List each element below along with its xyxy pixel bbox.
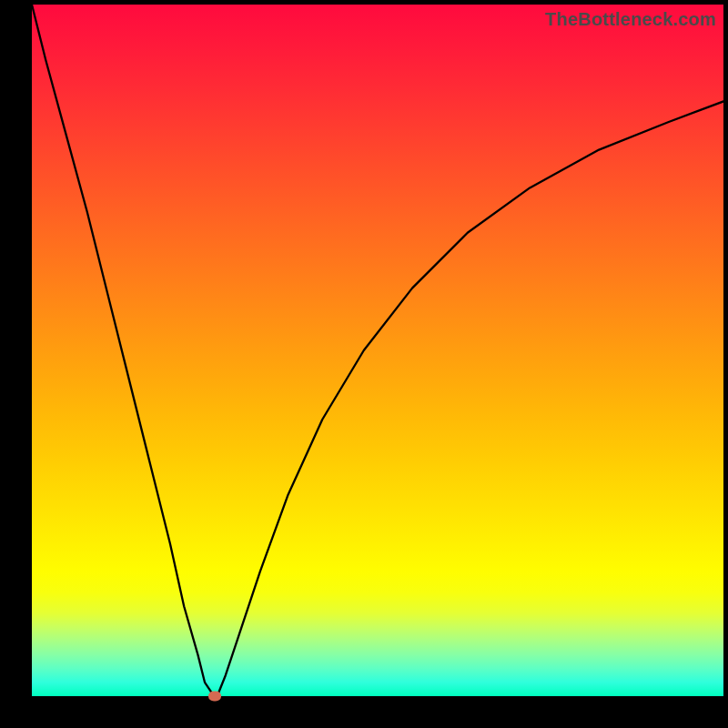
chart-frame: TheBottleneck.com <box>0 0 728 728</box>
bottleneck-curve <box>32 5 723 696</box>
optimum-marker <box>208 692 221 702</box>
plot-area: TheBottleneck.com <box>32 5 723 696</box>
